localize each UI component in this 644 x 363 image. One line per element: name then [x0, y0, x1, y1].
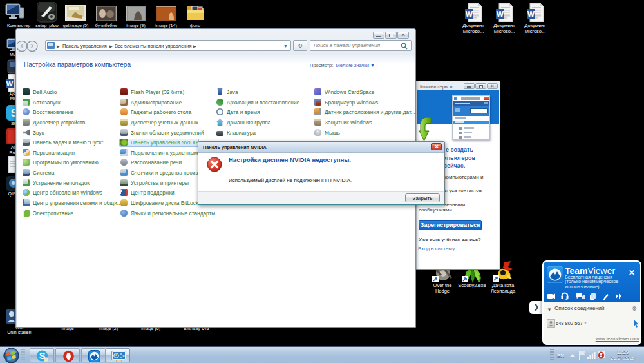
svg-text:W: W — [497, 10, 504, 19]
svg-text:W: W — [466, 10, 473, 19]
svg-text:W: W — [527, 10, 535, 19]
svg-text:W: W — [6, 80, 14, 88]
